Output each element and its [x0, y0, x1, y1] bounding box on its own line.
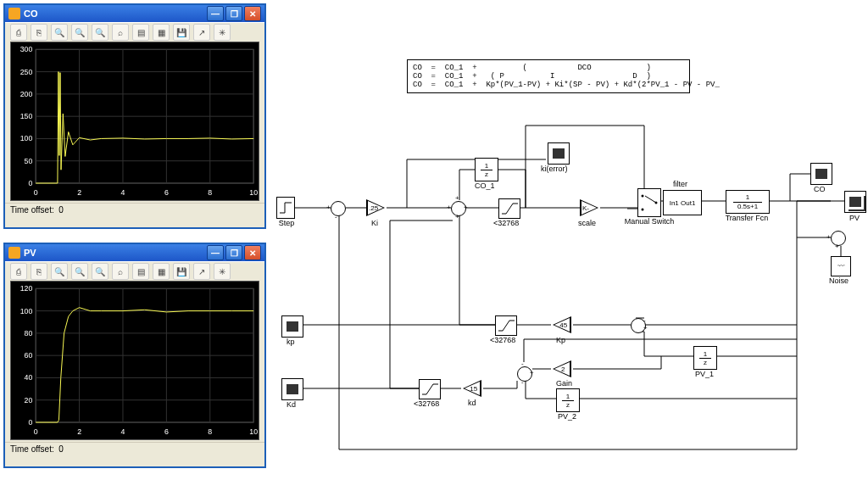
props-icon[interactable]: ▤ [132, 263, 149, 280]
pv-label: PV [849, 214, 860, 222]
den: z [485, 171, 488, 177]
num: 1 [746, 194, 749, 201]
filter-block[interactable]: In1 Out1 [663, 190, 702, 215]
svg-text:2: 2 [77, 188, 81, 197]
axes-icon[interactable]: ▦ [153, 24, 170, 41]
saturation-kp[interactable] [495, 315, 517, 336]
noise-block[interactable]: 〰 [831, 256, 851, 276]
pv2-label: PV_2 [558, 412, 576, 421]
zoom-in-icon[interactable]: 🔍 [51, 24, 68, 41]
autoscale-icon[interactable]: 🔍 [92, 263, 108, 280]
co1-label: CO_1 [475, 181, 495, 190]
scale-k: K- [582, 204, 589, 212]
saturation-kd[interactable] [419, 379, 441, 399]
svg-text:6: 6 [164, 427, 169, 436]
svg-text:10: 10 [249, 427, 258, 436]
den: 0.5s+1 [737, 204, 758, 210]
scope-co[interactable] [810, 163, 832, 185]
float-icon[interactable]: ✳ [214, 24, 231, 41]
transfer-fcn[interactable]: 10.5s+1 [726, 190, 770, 214]
scope-pv[interactable] [844, 191, 866, 213]
props-icon[interactable]: ▤ [132, 24, 149, 41]
svg-text:0: 0 [28, 418, 32, 427]
step-block[interactable] [276, 197, 295, 219]
filter-label: filter [673, 180, 687, 188]
cursor-icon[interactable]: ↗ [193, 24, 210, 41]
delay-pv1[interactable]: 1z [693, 346, 717, 370]
toolbar: ⎙ ⎘ 🔍 🔍 🔍 ⌕ ▤ ▦ 💾 ↗ ✳ [5, 261, 264, 281]
sum-kp[interactable]: -+ [631, 318, 646, 333]
svg-text:60: 60 [25, 351, 33, 360]
timeoffset-label: Time offset: [10, 444, 54, 454]
num: 1 [704, 351, 707, 357]
co-label: CO [814, 185, 826, 193]
svg-text:10: 10 [249, 188, 258, 197]
svg-point-111 [642, 209, 644, 211]
svg-text:4: 4 [121, 188, 125, 197]
svg-text:150: 150 [20, 112, 33, 120]
delay-pv2[interactable]: 1z [556, 388, 580, 412]
cursor-icon[interactable]: ↗ [193, 263, 210, 280]
svg-text:20: 20 [25, 396, 33, 405]
gain2-val: 2 [561, 366, 565, 373]
sum-sp-pv[interactable]: +- [331, 201, 346, 216]
params-icon[interactable]: ⎘ [31, 263, 47, 280]
titlebar-pv[interactable]: PV — ❐ ✕ [5, 244, 264, 261]
simulink-canvas: CO = CO_1 + ( DCO ) CO = CO_1 + ( P I D … [271, 0, 868, 480]
den: z [704, 360, 707, 366]
print-icon[interactable]: ⎙ [10, 263, 27, 280]
kp-val: .45 [558, 321, 567, 329]
zoom-in-icon[interactable]: 🔍 [51, 263, 68, 280]
manual-switch[interactable] [637, 188, 661, 217]
zoom-out-icon[interactable]: 🔍 [71, 263, 88, 280]
svg-text:0: 0 [34, 427, 38, 436]
statusbar-pv: Time offset: 0 [5, 442, 264, 460]
maximize-button[interactable]: ❐ [225, 6, 242, 21]
switch-label: Manual Switch [624, 217, 675, 226]
print-icon[interactable]: ⎙ [10, 24, 27, 41]
svg-text:40: 40 [25, 373, 33, 382]
save-icon[interactable]: 💾 [173, 263, 190, 280]
autoscale-icon[interactable]: 🔍 [92, 24, 108, 41]
scope-kd[interactable] [281, 378, 303, 400]
sum-pid[interactable]: ++++ [451, 201, 466, 216]
timeoffset-value: 0 [58, 444, 64, 454]
params-icon[interactable]: ⎘ [31, 24, 47, 41]
sum-kd[interactable]: +-- [517, 366, 532, 382]
float-icon[interactable]: ✳ [214, 263, 231, 280]
timeoffset-value: 0 [58, 205, 64, 215]
scope-kp[interactable] [281, 315, 303, 338]
step-label: Step [275, 219, 298, 227]
svg-text:8: 8 [208, 427, 212, 436]
pv1-label: PV_1 [695, 370, 714, 378]
save-icon[interactable]: 💾 [173, 24, 190, 41]
delay-co1[interactable]: 1z [475, 158, 498, 181]
kd-small-label: kd [468, 399, 476, 407]
sat1-label: <32768 [493, 219, 519, 227]
minimize-button[interactable]: — [207, 245, 224, 260]
close-button[interactable]: ✕ [244, 245, 261, 260]
svg-text:0: 0 [28, 179, 32, 187]
den: z [566, 402, 570, 408]
svg-text:0: 0 [34, 188, 38, 197]
tfn-label: Transfer Fcn [722, 214, 771, 222]
ki-gain-value: .25 [369, 204, 378, 212]
saturation-1[interactable] [498, 198, 520, 219]
find-icon[interactable]: ⌕ [112, 24, 129, 41]
kp-label: kp [287, 338, 295, 346]
find-icon[interactable]: ⌕ [112, 263, 129, 280]
zoom-out-icon[interactable]: 🔍 [71, 24, 88, 41]
close-button[interactable]: ✕ [244, 6, 261, 21]
svg-text:300: 300 [20, 45, 33, 53]
timeoffset-label: Time offset: [10, 205, 54, 215]
gain-label: Gain [556, 379, 572, 388]
app-icon [8, 247, 20, 259]
kierror-label: ki(error) [541, 165, 568, 173]
maximize-button[interactable]: ❐ [225, 245, 242, 260]
minimize-button[interactable]: — [207, 6, 224, 21]
sum-noise[interactable]: ++ [831, 231, 846, 246]
scope-window-co: CO — ❐ ✕ ⎙ ⎘ 🔍 🔍 🔍 ⌕ ▤ ▦ 💾 ↗ ✳ 050100150… [3, 3, 266, 229]
titlebar-co[interactable]: CO — ❐ ✕ [5, 5, 264, 22]
scope-kierror[interactable] [548, 142, 570, 165]
axes-icon[interactable]: ▦ [153, 263, 170, 280]
